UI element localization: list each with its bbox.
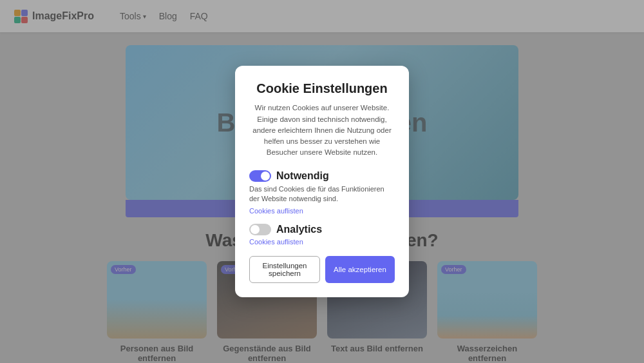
notwendig-label: Notwendig — [276, 170, 329, 182]
notwendig-toggle[interactable] — [249, 170, 271, 182]
analytics-toggle-knob — [251, 225, 260, 234]
notwendig-toggle-row: Notwendig — [249, 170, 395, 182]
analytics-cookies-link[interactable]: Cookies auflisten — [249, 238, 395, 246]
modal-description: Wir nutzen Cookies auf unserer Website. … — [249, 103, 395, 158]
modal-overlay: Cookie Einstellungen Wir nutzen Cookies … — [0, 0, 644, 363]
analytics-toggle[interactable] — [249, 224, 271, 235]
modal-buttons: Einstellungen speichern Alle akzeptieren — [249, 256, 395, 283]
modal-title: Cookie Einstellungen — [249, 81, 395, 96]
notwendig-cookies-link[interactable]: Cookies auflisten — [249, 207, 395, 215]
accept-all-button[interactable]: Alle akzeptieren — [325, 256, 395, 283]
analytics-toggle-row: Analytics — [249, 224, 395, 235]
save-settings-button[interactable]: Einstellungen speichern — [249, 256, 320, 283]
notwendig-toggle-knob — [261, 172, 270, 181]
analytics-label: Analytics — [276, 224, 322, 235]
notwendig-description: Das sind Cookies die für das Funktionier… — [249, 184, 395, 204]
cookie-modal: Cookie Einstellungen Wir nutzen Cookies … — [235, 66, 409, 297]
